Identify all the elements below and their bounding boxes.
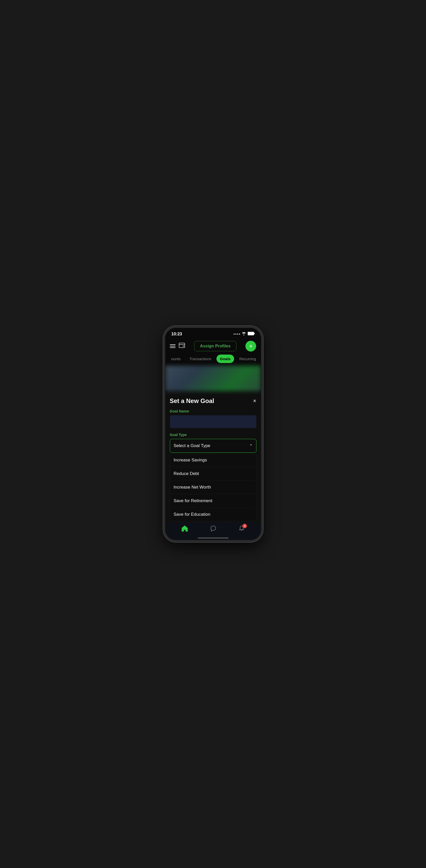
notification-badge: 3 xyxy=(242,524,247,528)
status-time: 10:23 xyxy=(171,332,182,337)
chevron-up-icon: ⌃ xyxy=(249,443,252,448)
option-save-education[interactable]: Save for Education xyxy=(170,508,256,521)
modal-title: Set a New Goal xyxy=(170,397,214,405)
svg-rect-2 xyxy=(254,333,255,334)
hamburger-menu-icon[interactable] xyxy=(170,344,176,348)
goal-type-label: Goal Type xyxy=(170,433,256,437)
svg-point-0 xyxy=(243,335,244,335)
wifi-icon xyxy=(242,332,246,336)
tab-goals[interactable]: Goals xyxy=(216,354,234,363)
goal-type-placeholder: Select a Goal Type xyxy=(174,443,210,448)
chat-icon xyxy=(210,525,217,534)
status-bar: 10:23 xyxy=(165,328,261,339)
nav-notifications[interactable]: 3 xyxy=(238,525,245,534)
svg-rect-1 xyxy=(248,332,254,335)
assign-profiles-button[interactable]: Assign Profiles xyxy=(194,341,237,351)
tab-recurring[interactable]: Recurring xyxy=(236,354,260,363)
nav-home[interactable] xyxy=(181,525,188,534)
close-button[interactable]: × xyxy=(253,398,256,404)
dropdown-options: Increase Savings Reduce Debt Increase Ne… xyxy=(170,453,256,521)
tab-accounts[interactable]: ounts xyxy=(168,354,184,363)
phone-frame: 10:23 xyxy=(163,326,263,542)
option-increase-savings[interactable]: Increase Savings xyxy=(170,454,256,467)
wallet-icon[interactable] xyxy=(179,343,185,350)
nav-chat[interactable] xyxy=(210,525,217,534)
option-save-retirement[interactable]: Save for Retirement xyxy=(170,494,256,508)
modal-header: Set a New Goal × xyxy=(170,397,256,405)
tab-transactions[interactable]: Transactions xyxy=(186,354,215,363)
blurred-content xyxy=(165,366,261,391)
battery-icon xyxy=(248,332,255,336)
option-reduce-debt[interactable]: Reduce Debt xyxy=(170,467,256,480)
home-icon xyxy=(181,525,188,534)
add-button[interactable]: + xyxy=(245,341,256,351)
header-left xyxy=(170,343,185,350)
screen: 10:23 xyxy=(165,328,261,540)
tab-bar: ounts Transactions Goals Recurring xyxy=(165,354,261,366)
top-header: Assign Profiles + xyxy=(165,339,261,354)
status-icons xyxy=(234,332,255,336)
goal-name-label: Goal Name xyxy=(170,409,256,413)
home-indicator xyxy=(198,537,229,538)
goal-name-input[interactable] xyxy=(170,415,256,428)
modal-sheet: Set a New Goal × Goal Name Goal Type Sel… xyxy=(165,391,261,522)
option-increase-net-worth[interactable]: Increase Net Worth xyxy=(170,480,256,494)
signal-icon xyxy=(234,334,240,335)
goal-type-dropdown[interactable]: Select a Goal Type ⌃ xyxy=(170,439,256,453)
